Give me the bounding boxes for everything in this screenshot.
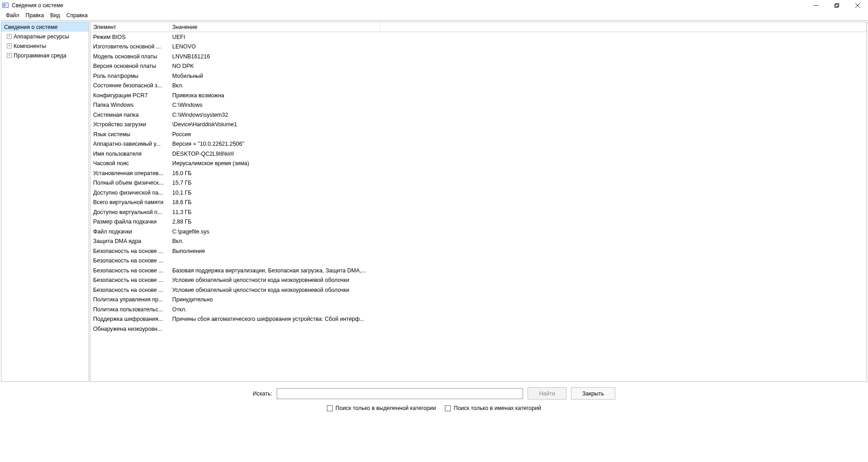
cell-element: Политика управления пр... bbox=[90, 296, 170, 303]
menu-file[interactable]: Файл bbox=[3, 11, 23, 19]
list-row[interactable]: Поддержка шифрования...Причины сбоя авто… bbox=[90, 314, 867, 324]
cell-element: Безопасность на основе ... bbox=[90, 286, 170, 294]
cell-element: Папка Windows bbox=[90, 101, 170, 109]
find-button[interactable]: Найти bbox=[528, 387, 566, 400]
list-row[interactable]: Папка WindowsC:\Windows bbox=[90, 100, 867, 110]
cell-element: Размер файла подкачки bbox=[90, 218, 170, 225]
maximize-button[interactable] bbox=[826, 0, 847, 10]
list-row[interactable]: Изготовитель основной ...LENOVO bbox=[90, 42, 867, 52]
list-row[interactable]: Защита DMA ядраВкл. bbox=[90, 237, 867, 247]
list-row[interactable]: Политика управления пр...Принудительно bbox=[90, 295, 867, 305]
list-row[interactable]: Конфигурация PCR7Привязка возможна bbox=[90, 90, 867, 100]
svg-rect-4 bbox=[3, 6, 5, 6]
minimize-button[interactable] bbox=[806, 0, 826, 10]
tree-item-label: Компоненты bbox=[14, 43, 46, 49]
cell-value: 18,6 ГБ bbox=[170, 199, 380, 206]
tree-item-hardware[interactable]: + Аппаратные ресурсы bbox=[1, 32, 89, 41]
list-row[interactable]: Имя пользователяDESKTOP-QC2L9I8\kiril bbox=[90, 149, 867, 159]
column-header-value[interactable]: Значение bbox=[170, 22, 380, 32]
expand-icon[interactable]: + bbox=[7, 34, 12, 39]
cell-value: Россия bbox=[170, 131, 380, 138]
menu-help[interactable]: Справка bbox=[63, 11, 91, 19]
checkbox-icon[interactable] bbox=[327, 405, 333, 411]
cell-value: 16,0 ГБ bbox=[170, 170, 380, 177]
cell-element: Модель основной платы bbox=[90, 53, 170, 60]
list-row[interactable]: Устройство загрузки\Device\HarddiskVolum… bbox=[90, 120, 867, 130]
cell-element: Безопасность на основе ... bbox=[90, 257, 170, 264]
list-row[interactable]: Размер файла подкачки2,88 ГБ bbox=[90, 217, 867, 227]
cell-value: Базовая поддержка виртуализации, Безопас… bbox=[170, 267, 380, 274]
cell-element: Устройство загрузки bbox=[90, 121, 170, 128]
list-row[interactable]: Модель основной платыLNVNB161216 bbox=[90, 52, 867, 62]
menubar: Файл Правка Вид Справка bbox=[0, 10, 868, 20]
list-row[interactable]: Безопасность на основе ...Условие обязат… bbox=[90, 276, 867, 286]
list-row[interactable]: Аппаратно-зависимый у...Версия = "10.0.2… bbox=[90, 139, 867, 149]
cell-element: Доступно виртуальной п... bbox=[90, 209, 170, 216]
list-row[interactable]: Файл подкачкиC:\pagefile.sys bbox=[90, 227, 867, 237]
cell-value: 2,88 ГБ bbox=[170, 218, 380, 225]
content: Сведения о системе + Аппаратные ресурсы … bbox=[0, 20, 868, 383]
list-row[interactable]: Безопасность на основе ...Базовая поддер… bbox=[90, 266, 867, 276]
column-header-element[interactable]: Элемент bbox=[90, 22, 170, 32]
list-row[interactable]: Роль платформыМобильный bbox=[90, 71, 867, 81]
cell-value: Принудительно bbox=[170, 296, 380, 303]
cell-element: Политика пользовательс... bbox=[90, 306, 170, 313]
cell-value bbox=[170, 260, 380, 261]
cell-value: Иерусалимское время (зима) bbox=[170, 160, 380, 167]
close-search-button[interactable]: Закрыть bbox=[571, 387, 615, 400]
list-row[interactable]: Установленная оператив...16,0 ГБ bbox=[90, 168, 867, 178]
expand-icon[interactable]: + bbox=[7, 43, 12, 48]
cell-element: Безопасность на основе ... bbox=[90, 276, 170, 284]
list-row[interactable]: Политика пользовательс...Откл. bbox=[90, 305, 867, 314]
search-label: Искать: bbox=[253, 391, 272, 397]
search-input[interactable] bbox=[277, 388, 523, 399]
cell-element: Язык системы bbox=[90, 131, 170, 138]
search-bar: Искать: Найти Закрыть bbox=[0, 387, 868, 400]
checkbox-icon[interactable] bbox=[445, 405, 451, 411]
list-header: Элемент Значение bbox=[90, 22, 867, 32]
menu-view[interactable]: Вид bbox=[47, 11, 63, 19]
titlebar: Сведения о системе bbox=[0, 0, 868, 10]
list-row[interactable]: Состояние безопасной з...Вкл. bbox=[90, 81, 867, 91]
list-row[interactable]: Безопасность на основе ...Выполнение bbox=[90, 246, 867, 256]
list-body[interactable]: Режим BIOSUEFIИзготовитель основной ...L… bbox=[90, 32, 867, 381]
tree-item-components[interactable]: + Компоненты bbox=[1, 41, 89, 51]
list-row[interactable]: Доступно виртуальной п...11,3 ГБ bbox=[90, 207, 867, 217]
list-row[interactable]: Безопасность на основе ...Условие обязат… bbox=[90, 285, 867, 295]
app-icon bbox=[2, 2, 9, 9]
cell-element: Аппаратно-зависимый у... bbox=[90, 140, 170, 148]
cell-value: Выполнение bbox=[170, 248, 380, 255]
cell-value: Откл. bbox=[170, 306, 380, 313]
cell-value: \Device\HarddiskVolume1 bbox=[170, 121, 380, 128]
list-row[interactable]: Доступно физической па...10,1 ГБ bbox=[90, 188, 867, 198]
cell-element: Обнаружена низкоуровн... bbox=[90, 325, 170, 333]
cell-element: Имя пользователя bbox=[90, 150, 170, 157]
cell-element: Режим BIOS bbox=[90, 33, 170, 41]
cell-element: Конфигурация PCR7 bbox=[90, 92, 170, 99]
check-only-category[interactable]: Поиск только в выделенной категории bbox=[327, 405, 436, 411]
cell-element: Установленная оператив... bbox=[90, 170, 170, 177]
cell-value: NO DPK bbox=[170, 62, 380, 70]
tree-item-software[interactable]: + Программная среда bbox=[1, 51, 89, 60]
window-title: Сведения о системе bbox=[12, 2, 63, 9]
expand-icon[interactable]: + bbox=[7, 53, 12, 58]
list-row[interactable]: Всего виртуальной памяти18,6 ГБ bbox=[90, 198, 867, 208]
cell-value: DESKTOP-QC2L9I8\kiril bbox=[170, 150, 380, 157]
tree-root[interactable]: Сведения о системе bbox=[1, 22, 89, 32]
cell-element: Всего виртуальной памяти bbox=[90, 199, 170, 206]
close-button[interactable] bbox=[847, 0, 868, 10]
check-only-names[interactable]: Поиск только в именах категорий bbox=[445, 405, 541, 411]
list-row[interactable]: Часовой поясИерусалимское время (зима) bbox=[90, 159, 867, 169]
cell-element: Полный объем физическ... bbox=[90, 179, 170, 186]
list-row[interactable]: Полный объем физическ...15,7 ГБ bbox=[90, 178, 867, 188]
menu-edit[interactable]: Правка bbox=[23, 11, 47, 19]
list-row[interactable]: Язык системыРоссия bbox=[90, 129, 867, 139]
tree-item-label: Аппаратные ресурсы bbox=[14, 33, 69, 40]
list-row[interactable]: Обнаружена низкоуровн... bbox=[90, 324, 867, 334]
cell-value: Вкл. bbox=[170, 238, 380, 245]
list-row[interactable]: Версия основной платыNO DPK bbox=[90, 62, 867, 71]
list-row[interactable]: Системная папкаC:\Windows\system32 bbox=[90, 110, 867, 120]
tree-view[interactable]: Сведения о системе + Аппаратные ресурсы … bbox=[1, 22, 89, 382]
list-row[interactable]: Безопасность на основе ... bbox=[90, 256, 867, 266]
list-row[interactable]: Режим BIOSUEFI bbox=[90, 32, 867, 42]
